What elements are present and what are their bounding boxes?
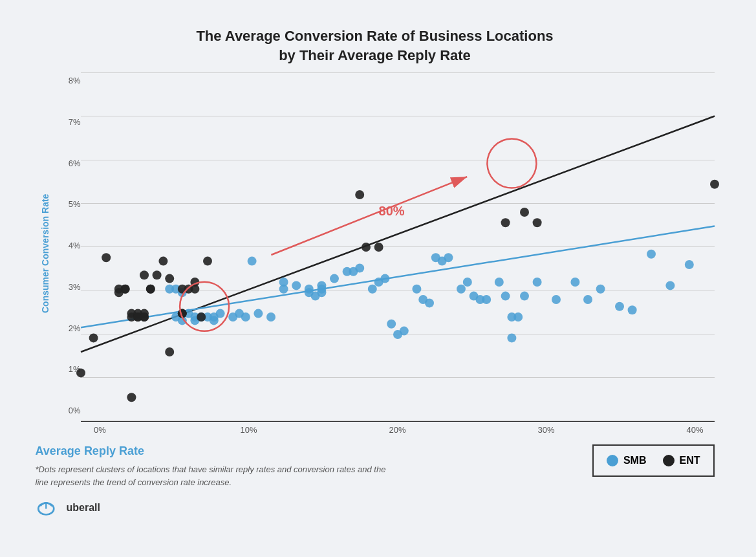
smb-data-point: [513, 312, 523, 322]
x-tick: 10%: [230, 425, 268, 435]
y-tick: 8%: [58, 76, 81, 85]
ent-data-point: [520, 208, 529, 217]
smb-label: SMB: [623, 455, 647, 466]
ent-data-point: [165, 274, 174, 283]
annotation-label: 80%: [378, 204, 404, 218]
ent-data-point: [158, 257, 167, 266]
smb-data-point: [317, 285, 326, 294]
ent-data-point: [146, 285, 155, 294]
ent-data-point: [76, 368, 85, 377]
y-tick: 3%: [58, 282, 81, 292]
ent-data-point: [203, 257, 212, 266]
smb-data-point: [292, 281, 301, 290]
ent-data-point: [120, 285, 129, 294]
ent-dot-icon: [663, 455, 675, 466]
ent-data-point: [374, 243, 383, 252]
smb-data-point: [570, 278, 579, 287]
x-tick: 30%: [527, 425, 566, 435]
smb-data-point: [494, 278, 503, 287]
smb-data-point: [241, 312, 250, 322]
logo-text: uberall: [67, 502, 100, 514]
smb-data-point: [279, 278, 288, 287]
y-tick: 4%: [58, 241, 81, 250]
plot-area: 80%: [81, 72, 715, 422]
smb-data-point: [627, 305, 636, 314]
y-axis-label: Consumer Conversion Rate: [36, 72, 55, 435]
smb-trend-line: [81, 226, 715, 328]
smb-data-point: [520, 292, 529, 301]
smb-data-point: [596, 285, 605, 294]
x-axis-ticks: 0%10%20%30%40%: [81, 422, 715, 435]
legend-smb: SMB: [607, 455, 647, 466]
annotation-circle-2: [487, 138, 536, 188]
legend-ent: ENT: [663, 455, 700, 466]
smb-data-point: [399, 327, 408, 336]
ent-data-point: [140, 270, 149, 279]
smb-data-point: [665, 281, 675, 290]
y-tick: 5%: [58, 199, 81, 209]
ent-data-point: [102, 253, 111, 262]
smb-data-point: [501, 292, 510, 301]
ent-data-point: [197, 312, 206, 322]
smb-dot-icon: [607, 455, 618, 466]
x-tick: 0%: [81, 425, 120, 435]
uberall-logo-icon: [36, 498, 61, 518]
smb-data-point: [444, 253, 453, 262]
logo-area: uberall: [36, 498, 592, 518]
y-tick: 2%: [58, 323, 81, 333]
smb-data-point: [247, 257, 256, 266]
legend: SMB ENT: [592, 444, 715, 477]
smb-data-point: [647, 250, 656, 259]
smb-data-point: [380, 274, 389, 283]
smb-data-point: [425, 298, 434, 307]
x-tick: 40%: [676, 425, 715, 435]
footnote: *Dots represent clusters of locations th…: [36, 463, 391, 488]
smb-data-point: [552, 295, 561, 304]
smb-data-point: [482, 295, 491, 304]
smb-data-point: [387, 320, 396, 329]
smb-data-point: [266, 312, 275, 322]
ent-data-point: [362, 243, 371, 252]
smb-data-point: [355, 263, 364, 272]
smb-data-point: [215, 309, 224, 318]
smb-data-point: [304, 285, 313, 294]
smb-data-point: [532, 278, 541, 287]
title-line1: The Average Conversion Rate of Business …: [196, 28, 553, 44]
x-tick: 20%: [378, 425, 417, 435]
ent-data-point: [89, 333, 98, 342]
ent-data-point: [355, 190, 364, 199]
smb-data-point: [330, 274, 339, 283]
x-axis-label: Average Reply Rate: [36, 444, 592, 458]
smb-data-point: [684, 260, 693, 269]
y-axis-ticks: 8%7%6%5%4%3%2%1%0%: [58, 72, 81, 435]
y-tick: 0%: [58, 406, 81, 415]
chart-title: The Average Conversion Rate of Business …: [36, 27, 715, 67]
ent-data-point: [140, 312, 149, 322]
smb-data-point: [507, 333, 516, 342]
ent-data-point: [165, 347, 174, 356]
smb-data-point: [457, 285, 466, 294]
smb-data-point: [367, 285, 376, 294]
smb-data-point: [412, 285, 421, 294]
y-tick: 7%: [58, 117, 81, 127]
annotation-arrow: [271, 177, 467, 255]
ent-data-point: [710, 180, 719, 189]
smb-data-point: [615, 302, 624, 311]
ent-label: ENT: [680, 455, 700, 466]
ent-data-point: [127, 393, 136, 402]
ent-data-point: [152, 270, 161, 279]
scatter-plot: 80%: [81, 72, 715, 420]
smb-data-point: [583, 295, 592, 304]
smb-data-point: [462, 278, 471, 287]
grid-line: [81, 420, 715, 421]
y-tick: 6%: [58, 158, 81, 168]
smb-data-point: [254, 309, 263, 318]
chart-container: The Average Conversion Rate of Business …: [23, 14, 734, 544]
ent-data-point: [501, 218, 510, 227]
ent-data-point: [532, 218, 541, 227]
title-line2: by Their Average Reply Rate: [279, 47, 471, 63]
